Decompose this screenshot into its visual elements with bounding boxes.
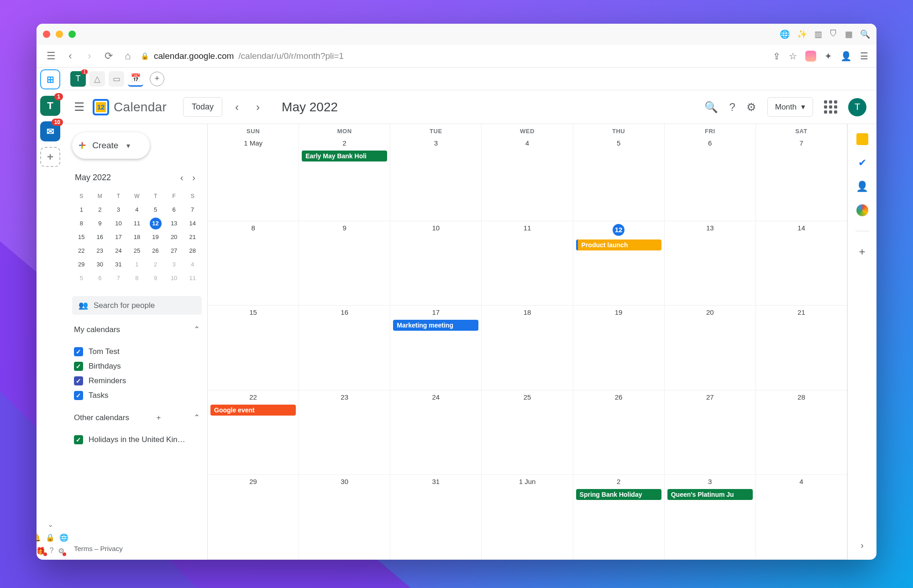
profile-icon[interactable]: 👤 bbox=[840, 51, 852, 62]
day-cell[interactable]: 23 bbox=[299, 390, 390, 475]
mini-next-button[interactable]: › bbox=[189, 171, 199, 185]
mini-day[interactable]: 30 bbox=[94, 259, 106, 271]
mini-day[interactable]: 24 bbox=[112, 245, 124, 257]
mini-prev-button[interactable]: ‹ bbox=[177, 171, 187, 185]
day-cell[interactable]: 16 bbox=[299, 306, 390, 390]
day-cell[interactable]: 27 bbox=[665, 390, 756, 475]
mini-day[interactable]: 22 bbox=[75, 245, 87, 257]
terms-link[interactable]: Terms bbox=[74, 545, 93, 552]
new-tab-button[interactable]: + bbox=[150, 72, 164, 86]
tab-docs[interactable]: ▭ bbox=[109, 71, 124, 87]
mini-day[interactable]: 29 bbox=[75, 259, 87, 271]
workspace-teams-button[interactable]: T 1 bbox=[40, 96, 60, 116]
calendar-checkbox[interactable]: ✓ bbox=[74, 435, 83, 444]
calendar-event[interactable]: Queen's Platinum Ju bbox=[667, 489, 753, 500]
share-icon[interactable]: ⇪ bbox=[773, 51, 781, 62]
mini-day[interactable]: 28 bbox=[187, 245, 199, 257]
nav-back-button[interactable]: ‹ bbox=[64, 50, 77, 62]
globe-icon[interactable]: 🌐 bbox=[780, 29, 790, 39]
day-cell[interactable]: 25 bbox=[482, 390, 573, 475]
view-select[interactable]: Month ▾ bbox=[767, 97, 813, 117]
mini-day[interactable]: 5 bbox=[75, 272, 87, 284]
mini-day[interactable]: 23 bbox=[94, 245, 106, 257]
bookmark-star-icon[interactable]: ☆ bbox=[789, 51, 797, 62]
help-icon[interactable]: ? bbox=[729, 101, 735, 114]
menu-icon[interactable]: ☰ bbox=[860, 51, 868, 62]
close-window-button[interactable] bbox=[43, 31, 50, 38]
mini-day[interactable]: 3 bbox=[112, 204, 124, 216]
mini-day[interactable]: 15 bbox=[75, 231, 87, 243]
create-button[interactable]: + Create ▾ bbox=[72, 132, 150, 159]
mini-day[interactable]: 9 bbox=[94, 218, 106, 229]
day-cell[interactable]: 1 May bbox=[208, 136, 299, 221]
calendar-checkbox[interactable]: ✓ bbox=[74, 362, 83, 371]
calendar-checkbox[interactable]: ✓ bbox=[74, 347, 83, 356]
mini-day[interactable]: 17 bbox=[112, 231, 124, 243]
day-cell[interactable]: 9 bbox=[299, 221, 390, 306]
mini-day[interactable]: 10 bbox=[168, 272, 180, 284]
privacy-link[interactable]: Privacy bbox=[100, 545, 123, 552]
calendar-item[interactable]: ✓Tom Test bbox=[72, 344, 202, 359]
tab-calendar[interactable]: 📅 bbox=[128, 71, 143, 87]
search-icon[interactable]: 🔍 bbox=[704, 101, 718, 114]
maps-icon[interactable] bbox=[856, 204, 868, 216]
mini-day[interactable]: 31 bbox=[112, 259, 124, 271]
workspace-home-button[interactable]: ⊞ bbox=[40, 69, 60, 89]
gcal-logo[interactable]: 12 Calendar bbox=[93, 99, 167, 115]
reload-button[interactable]: ⟳ bbox=[102, 50, 115, 62]
day-cell[interactable]: 3 bbox=[390, 136, 482, 221]
add-addon-button[interactable]: + bbox=[856, 246, 868, 258]
extensions-puzzle-icon[interactable]: ✦ bbox=[824, 51, 832, 62]
plus-icon[interactable]: + bbox=[157, 413, 161, 422]
calendar-event[interactable]: Marketing meeting bbox=[393, 320, 478, 331]
mini-day[interactable]: 21 bbox=[187, 231, 199, 243]
contacts-icon[interactable]: 👤 bbox=[856, 181, 868, 193]
mini-day[interactable]: 14 bbox=[187, 218, 199, 229]
shield-icon[interactable]: ⛉ bbox=[829, 29, 838, 39]
mini-day[interactable]: 1 bbox=[131, 259, 143, 271]
mini-day[interactable]: 19 bbox=[150, 231, 162, 243]
day-cell[interactable]: 4 bbox=[756, 475, 847, 560]
search-people-input[interactable]: 👥 Search for people bbox=[72, 296, 202, 315]
day-cell[interactable]: 14 bbox=[756, 221, 847, 306]
calendar-checkbox[interactable]: ✓ bbox=[74, 376, 83, 385]
search-icon[interactable]: 🔍 bbox=[860, 29, 870, 39]
mini-day[interactable]: 27 bbox=[168, 245, 180, 257]
globe-small-icon[interactable]: 🌐 bbox=[59, 533, 68, 542]
next-period-button[interactable]: › bbox=[252, 98, 264, 116]
help-small-icon[interactable]: ? bbox=[50, 546, 54, 555]
mini-day[interactable]: 6 bbox=[94, 272, 106, 284]
wand-icon[interactable]: ✨ bbox=[797, 29, 807, 39]
day-cell[interactable]: 13 bbox=[665, 221, 756, 306]
today-button[interactable]: Today bbox=[183, 97, 222, 117]
tab-drive[interactable]: △ bbox=[89, 71, 105, 87]
tab-teams[interactable]: T1 bbox=[70, 71, 86, 87]
day-cell[interactable]: 12Product launch bbox=[573, 221, 665, 306]
lock-small-icon[interactable]: 🔒 bbox=[46, 533, 55, 542]
mini-day[interactable]: 4 bbox=[131, 204, 143, 216]
mini-day[interactable]: 7 bbox=[112, 272, 124, 284]
calendar-item[interactable]: ✓Tasks bbox=[72, 388, 202, 403]
day-cell[interactable]: 10 bbox=[390, 221, 482, 306]
settings-gear-icon[interactable]: ⚙ bbox=[746, 101, 756, 114]
day-cell[interactable]: 2Early May Bank Holi bbox=[299, 136, 390, 221]
sidebar-toggle-icon[interactable]: ☰ bbox=[45, 50, 58, 62]
nav-forward-button[interactable]: › bbox=[83, 50, 96, 62]
day-cell[interactable]: 24 bbox=[390, 390, 482, 475]
calendar-item[interactable]: ✓Reminders bbox=[72, 374, 202, 388]
day-cell[interactable]: 11 bbox=[482, 221, 573, 306]
mini-day[interactable]: 18 bbox=[131, 231, 143, 243]
day-cell[interactable]: 21 bbox=[756, 306, 847, 390]
day-cell[interactable]: 5 bbox=[573, 136, 665, 221]
day-cell[interactable]: 30 bbox=[299, 475, 390, 560]
mini-day[interactable]: 7 bbox=[187, 204, 199, 216]
day-cell[interactable]: 22Google event bbox=[208, 390, 299, 475]
minimize-window-button[interactable] bbox=[56, 31, 63, 38]
day-cell[interactable]: 18 bbox=[482, 306, 573, 390]
prev-period-button[interactable]: ‹ bbox=[231, 98, 243, 116]
mini-day[interactable]: 3 bbox=[168, 259, 180, 271]
hide-side-panel-button[interactable]: › bbox=[861, 540, 864, 551]
workspace-outlook-button[interactable]: ✉ 10 bbox=[40, 121, 60, 141]
gift-icon[interactable]: 🎁 bbox=[37, 546, 45, 555]
day-cell[interactable]: 2Spring Bank Holiday bbox=[573, 475, 665, 560]
